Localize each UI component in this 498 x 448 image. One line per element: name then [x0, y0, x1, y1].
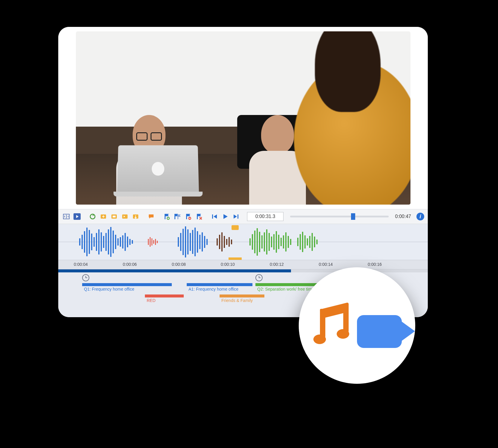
svg-rect-48 — [153, 240, 154, 244]
svg-marker-18 — [223, 214, 228, 219]
ruler-tick: 0:00:16 — [368, 262, 382, 267]
svg-rect-41 — [125, 233, 126, 251]
svg-marker-20 — [234, 214, 237, 219]
svg-rect-87 — [288, 236, 289, 248]
waveform-strip[interactable] — [58, 224, 428, 260]
scene-person-3 — [294, 61, 410, 205]
svg-rect-47 — [151, 238, 152, 246]
svg-rect-79 — [269, 233, 270, 251]
svg-rect-63 — [206, 239, 208, 245]
svg-rect-57 — [192, 230, 193, 254]
svg-rect-15 — [197, 214, 198, 219]
svg-rect-73 — [254, 231, 255, 253]
svg-rect-40 — [122, 235, 123, 248]
svg-rect-43 — [129, 239, 131, 245]
timeline-marker[interactable] — [232, 225, 239, 230]
progress-fill — [58, 269, 291, 272]
skip-end-icon[interactable] — [232, 212, 240, 221]
svg-rect-6 — [113, 216, 116, 217]
code-segment[interactable] — [187, 283, 252, 286]
open-clip-icon[interactable] — [110, 212, 119, 221]
svg-rect-76 — [261, 235, 263, 248]
svg-rect-68 — [226, 239, 227, 245]
insert-clip-icon[interactable] — [120, 212, 129, 221]
svg-rect-51 — [178, 237, 179, 247]
code-segment[interactable] — [220, 294, 264, 297]
svg-rect-96 — [314, 237, 315, 247]
svg-rect-37 — [115, 235, 116, 249]
video-camera-icon — [357, 315, 402, 348]
time-ruler[interactable]: 0:00:04 0:00:06 0:00:08 0:00:10 0:00:12 … — [58, 260, 428, 269]
svg-rect-38 — [117, 238, 119, 246]
svg-rect-9 — [165, 214, 166, 219]
svg-rect-33 — [105, 233, 107, 251]
skip-start-icon[interactable] — [210, 212, 219, 221]
code-label: RED — [147, 298, 156, 303]
code-label: Friends & Family — [221, 298, 253, 303]
sync-icon[interactable] — [88, 212, 97, 221]
media-manager-icon[interactable] — [73, 212, 82, 221]
svg-rect-78 — [266, 229, 267, 254]
video-preview-pane — [58, 27, 428, 209]
ruler-tick: 0:00:12 — [270, 262, 284, 267]
code-segment[interactable] — [145, 294, 184, 297]
svg-rect-90 — [300, 234, 301, 250]
svg-rect-88 — [290, 239, 291, 245]
svg-rect-94 — [309, 236, 310, 248]
svg-rect-61 — [202, 232, 203, 251]
svg-rect-85 — [283, 235, 284, 248]
svg-rect-45 — [148, 239, 149, 245]
ruler-tick: 0:00:04 — [74, 262, 88, 267]
current-time-field[interactable]: 0:00:31.3 — [247, 212, 284, 221]
settings-icon[interactable] — [62, 212, 71, 221]
svg-rect-58 — [194, 228, 196, 256]
flag-remove-icon[interactable] — [184, 212, 193, 221]
scene-laptop — [117, 145, 199, 193]
play-icon[interactable] — [221, 212, 230, 221]
svg-marker-17 — [214, 214, 217, 219]
svg-rect-62 — [204, 236, 205, 248]
selection-bar[interactable] — [229, 257, 242, 260]
comment-icon[interactable] — [147, 212, 156, 221]
add-clip-icon[interactable] — [99, 212, 108, 221]
info-icon[interactable]: i — [416, 213, 424, 220]
svg-rect-53 — [183, 229, 184, 255]
svg-rect-32 — [103, 236, 104, 248]
svg-rect-86 — [285, 232, 286, 251]
svg-rect-46 — [150, 237, 151, 247]
svg-rect-97 — [316, 240, 318, 244]
svg-rect-89 — [297, 238, 298, 246]
svg-rect-77 — [264, 232, 265, 251]
svg-rect-84 — [281, 238, 282, 246]
flag-add-icon[interactable] — [162, 212, 171, 221]
svg-rect-93 — [307, 238, 308, 246]
export-clip-icon[interactable] — [131, 212, 140, 221]
code-label: Q2: Separation work/ free time — [257, 287, 314, 291]
svg-rect-16 — [212, 214, 213, 219]
svg-rect-27 — [91, 234, 92, 250]
svg-rect-22 — [79, 238, 80, 246]
playback-toolbar: 0:00:31.3 0:00:47 i — [58, 209, 428, 224]
svg-rect-80 — [271, 237, 272, 247]
svg-rect-28 — [94, 237, 95, 247]
slider-thumb[interactable] — [351, 213, 355, 220]
svg-rect-74 — [257, 228, 258, 256]
svg-point-3 — [90, 214, 95, 219]
svg-rect-50 — [157, 241, 158, 243]
svg-rect-70 — [231, 240, 232, 244]
code-segment[interactable] — [82, 283, 172, 286]
svg-rect-25 — [86, 228, 88, 256]
video-frame[interactable] — [76, 31, 410, 205]
svg-rect-83 — [278, 235, 279, 249]
flag-clear-icon[interactable] — [194, 212, 203, 221]
svg-rect-31 — [101, 232, 102, 251]
svg-rect-13 — [186, 214, 187, 219]
flag-copy-icon[interactable] — [173, 212, 182, 221]
svg-rect-52 — [180, 233, 181, 251]
ruler-tick: 0:00:08 — [172, 262, 186, 267]
playback-slider[interactable] — [290, 216, 389, 217]
svg-rect-75 — [259, 232, 260, 252]
svg-rect-82 — [276, 231, 277, 253]
svg-rect-54 — [185, 226, 186, 257]
scene-person-2 — [261, 115, 294, 154]
